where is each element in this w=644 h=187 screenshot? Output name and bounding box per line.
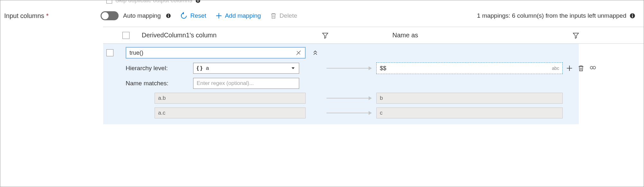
skip-duplicate-row: Skip duplicate output columns (106, 0, 201, 4)
link-icon[interactable] (589, 65, 597, 71)
delete-row-button[interactable] (577, 65, 585, 72)
row-checkbox[interactable] (106, 49, 113, 56)
mapping-status-text: 1 mappings: 6 column(s) from the inputs … (477, 12, 626, 19)
name-matches-input[interactable]: Enter regex (optional)... (193, 78, 299, 89)
sub-mapping-dst: c (376, 108, 563, 118)
arrow-icon (325, 113, 373, 113)
skip-duplicate-label: Skip duplicate output columns (115, 0, 192, 4)
filter-icon[interactable] (322, 32, 338, 39)
name-matches-label: Name matches: (126, 80, 187, 87)
section-label-text: Input columns (4, 12, 44, 20)
plus-icon (215, 12, 222, 19)
expression-input[interactable]: true() (126, 47, 306, 59)
fx-icon[interactable] (295, 50, 302, 56)
toolbar: Input columns * Auto mapping Reset (0, 0, 644, 27)
add-button[interactable] (566, 65, 573, 72)
expression-value: true() (130, 50, 143, 56)
sub-mapping-dst: b (376, 93, 563, 104)
svg-rect-1 (198, 0, 198, 2)
skip-duplicate-checkbox[interactable] (106, 0, 112, 4)
name-as-value: $$ (380, 65, 386, 72)
chevron-down-icon (291, 66, 296, 71)
filter-icon[interactable] (572, 32, 588, 39)
info-icon[interactable] (630, 13, 635, 19)
svg-rect-5 (168, 14, 169, 15)
reset-button[interactable]: Reset (180, 12, 206, 20)
sub-mapping-src: a.b (155, 93, 306, 104)
info-icon[interactable] (195, 0, 201, 3)
hierarchy-level-select[interactable]: { } a (193, 63, 299, 74)
name-matches-placeholder: Enter regex (optional)... (197, 80, 254, 87)
trash-icon (270, 12, 277, 19)
table-header: DerivedColumn1's column Name as (0, 27, 644, 43)
auto-mapping-toggle[interactable] (101, 11, 119, 20)
svg-rect-8 (632, 14, 633, 14)
mapping-row: true() Hierarchy level: (103, 44, 579, 124)
auto-mapping-label: Auto mapping (123, 12, 171, 19)
hierarchy-level-value: a (206, 65, 209, 71)
svg-point-10 (593, 66, 595, 69)
select-all-checkbox[interactable] (122, 32, 130, 39)
type-badge: abc (552, 66, 559, 71)
sub-mapping-src: a.c (155, 108, 306, 118)
svg-point-9 (590, 66, 593, 69)
mapping-status: 1 mappings: 6 column(s) from the inputs … (477, 12, 635, 19)
section-label: Input columns * (4, 12, 101, 20)
add-mapping-button[interactable]: Add mapping (215, 12, 261, 19)
arrow-icon (325, 68, 373, 69)
source-column-header: DerivedColumn1's column (142, 32, 322, 39)
delete-button[interactable]: Delete (270, 12, 297, 19)
svg-rect-4 (168, 15, 169, 17)
svg-rect-7 (632, 15, 633, 17)
braces-icon: { } (197, 65, 202, 71)
arrow-icon (325, 98, 373, 98)
target-column-header: Name as (392, 32, 572, 39)
hierarchy-level-label: Hierarchy level: (126, 65, 187, 72)
collapse-icon[interactable] (309, 50, 322, 56)
reset-icon (180, 12, 188, 20)
required-star: * (46, 12, 49, 20)
name-as-input[interactable]: $$ abc (376, 62, 563, 74)
info-icon[interactable] (166, 13, 171, 18)
